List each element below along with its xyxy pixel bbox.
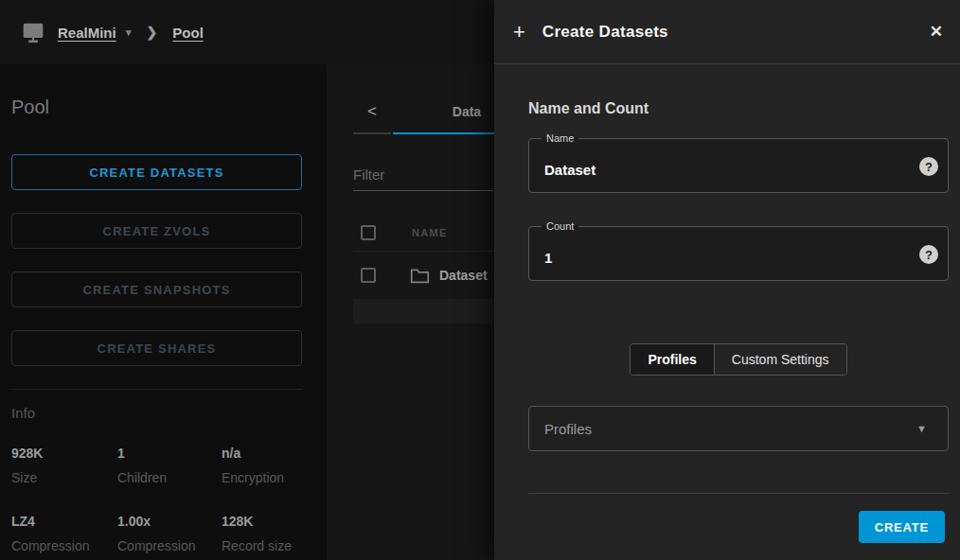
back-button[interactable]: < [353,90,391,134]
name-input[interactable] [529,139,948,192]
count-input[interactable] [529,227,948,280]
plus-icon: + [513,22,525,43]
row-dataset-name: Dataset [439,268,488,283]
drawer-title: Create Datasets [542,23,926,42]
system-monitor-icon [21,20,45,44]
count-field: Count ? [528,226,949,281]
select-all-checkbox[interactable] [361,225,376,240]
footer-divider [528,493,949,494]
app-root: RealMini ▼ ❯ Pool Pool CREATE DATASETS C… [0,0,960,560]
create-shares-button[interactable]: CREATE SHARES [11,330,302,366]
tab-custom-settings[interactable]: Custom Settings [715,344,846,375]
page-title: Pool [11,96,302,118]
stat-children: 1 Children [117,446,222,487]
info-stats-grid: 928K Size 1 Children n/a Encryption LZ4 … [11,446,302,560]
create-datasets-drawer: + Create Datasets ✕ Name and Count Name … [494,0,960,560]
count-help-icon[interactable]: ? [919,245,938,264]
profiles-select[interactable]: Profiles ▼ [528,406,949,451]
stat-record-size: 128K Record size [222,514,302,560]
create-snapshots-button[interactable]: CREATE SNAPSHOTS [11,271,302,307]
column-header-name: NAME [412,227,448,238]
info-section-title: Info [11,405,302,421]
stat-encryption: n/a Encryption [222,446,302,487]
create-datasets-button[interactable]: CREATE DATASETS [11,154,302,190]
sidebar-divider [11,389,302,390]
chevron-right-icon: ❯ [147,25,158,40]
stat-compression-ratio: 1.00x Compression ratio [117,514,222,560]
create-button[interactable]: CREATE [859,511,945,543]
chevron-down-icon[interactable]: ▼ [124,27,133,38]
close-icon[interactable]: ✕ [926,18,947,45]
create-zvols-button[interactable]: CREATE ZVOLS [11,213,302,249]
filter-input[interactable] [353,163,493,191]
drawer-footer: CREATE [528,511,949,543]
drawer-body: Name and Count Name ? Count ? Profiles C… [494,64,960,560]
stat-compression: LZ4 Compression [11,514,117,560]
pool-sidebar: Pool CREATE DATASETS CREATE ZVOLS CREATE… [0,64,327,560]
breadcrumb-root-link[interactable]: RealMini [58,25,116,41]
name-field: Name ? [528,138,949,193]
folder-icon [410,267,430,284]
breadcrumb-current-link[interactable]: Pool [172,25,204,41]
drawer-header: + Create Datasets ✕ [494,0,960,64]
mode-tabs-wrap: Profiles Custom Settings [528,343,949,376]
section-title-name-and-count: Name and Count [528,100,949,117]
profiles-select-label: Profiles [544,421,916,437]
chevron-down-icon: ▼ [916,423,927,434]
mode-tabs: Profiles Custom Settings [630,343,846,376]
row-checkbox[interactable] [361,268,376,283]
tab-profiles[interactable]: Profiles [631,344,714,375]
stat-size: 928K Size [11,446,117,487]
name-help-icon[interactable]: ? [919,157,938,176]
